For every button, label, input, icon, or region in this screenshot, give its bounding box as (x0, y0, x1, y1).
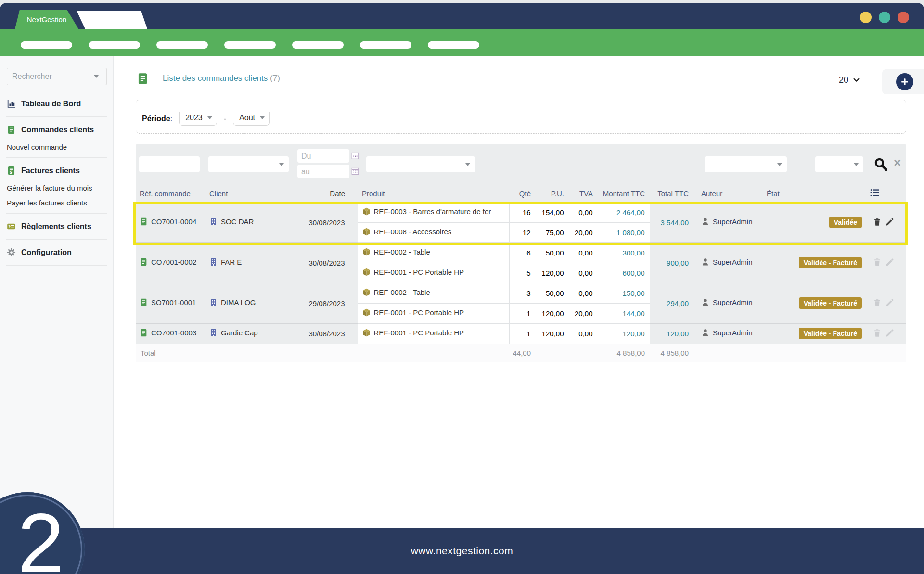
pencil-icon[interactable] (885, 298, 894, 307)
filter-row: × (136, 144, 906, 185)
unit-price-value: 120,00 (536, 323, 569, 344)
chevron-down-icon (94, 75, 99, 78)
sidebar-item-reglements-clients[interactable]: Règlements clients (0, 217, 113, 236)
col-header-ref: Réf. commande (136, 185, 207, 202)
filter-client-select[interactable] (208, 156, 289, 172)
person-icon (701, 329, 709, 337)
nav-pill[interactable] (21, 41, 72, 49)
sidebar-item-label: Tableau de Bord (21, 100, 81, 108)
period-year-select[interactable]: 2023 (179, 112, 217, 126)
nav-pill[interactable] (156, 41, 208, 49)
author-name: SuperAdmin (713, 329, 753, 337)
main-nav (0, 29, 924, 56)
sidebar: Tableau de Bord Commandes clients Nouvel… (0, 56, 113, 528)
col-header-pu: P.U. (536, 185, 569, 202)
clear-filters-icon[interactable]: × (894, 157, 901, 168)
person-icon (701, 217, 709, 226)
sidebar-item-label: Règlements clients (21, 222, 91, 231)
filter-date-from-input[interactable] (297, 149, 349, 163)
add-order-button[interactable] (882, 69, 924, 94)
amount-ttc-value: 300,00 (598, 242, 650, 263)
payment-card-icon (7, 222, 16, 231)
pencil-icon[interactable] (885, 217, 894, 226)
filter-status-select[interactable] (815, 156, 863, 172)
status-badge: Validée - Facturé (799, 257, 862, 268)
amount-ttc-value: 2 464,00 (598, 202, 650, 222)
sidebar-item-commandes-clients[interactable]: Commandes clients (0, 120, 113, 140)
col-header-qte: Qté (509, 185, 536, 202)
table-row[interactable]: CO7001-0002 FAR E 30/08/2023 REF-0002 - … (136, 242, 906, 263)
amount-ttc-value: 120,00 (598, 323, 650, 344)
document-icon (140, 217, 148, 226)
total-label: Total (136, 344, 509, 362)
nav-pill[interactable] (428, 41, 479, 49)
sidebar-item-payer-factures[interactable]: Payer les factures clients (0, 195, 113, 210)
filter-ref-input[interactable] (139, 156, 200, 172)
package-icon (362, 248, 371, 256)
building-icon (209, 217, 218, 226)
window-tab-placeholder[interactable] (77, 11, 147, 29)
document-icon (140, 329, 148, 337)
pencil-icon[interactable] (885, 329, 894, 337)
nav-pill[interactable] (360, 41, 411, 49)
page-size-select[interactable]: 20 (832, 74, 867, 89)
window-dot-red[interactable] (898, 12, 909, 23)
order-date: 30/08/2023 (295, 242, 358, 283)
col-header-etat: État (767, 185, 870, 202)
qty-value: 12 (509, 222, 536, 242)
filter-author-select[interactable] (705, 156, 787, 172)
total-ttc-value: 294,00 (650, 283, 694, 323)
nav-pill[interactable] (292, 41, 344, 49)
trash-icon[interactable] (873, 217, 882, 226)
chevron-down-icon (465, 163, 470, 166)
author-name: SuperAdmin (713, 258, 753, 266)
window-dot-yellow[interactable] (860, 12, 872, 23)
search-icon[interactable] (874, 157, 887, 171)
unit-price-value: 50,00 (536, 242, 569, 263)
calendar-icon[interactable] (351, 167, 359, 175)
nav-pill[interactable] (224, 41, 276, 49)
trash-icon[interactable] (873, 258, 882, 267)
qty-value: 3 (509, 283, 536, 303)
trash-icon[interactable] (873, 298, 882, 307)
tva-value: 0,00 (569, 202, 598, 222)
search-input[interactable] (12, 72, 94, 81)
qty-value: 1 (509, 323, 536, 344)
table-row[interactable]: CO7001-0003 Gardie Cap 30/08/2023 REF-00… (136, 323, 906, 344)
sidebar-item-dashboard[interactable]: Tableau de Bord (0, 94, 113, 114)
divider (6, 239, 107, 240)
client-name: DIMA LOG (221, 298, 256, 306)
sidebar-item-generer-facture[interactable]: Générer la facture du mois (0, 180, 113, 195)
product-name: REF-0001 - PC Portable HP (374, 329, 464, 337)
amount-ttc-value: 1 080,00 (598, 222, 650, 242)
sidebar-item-factures-clients[interactable]: Factures clients (0, 161, 113, 180)
bar-chart-icon (7, 99, 16, 108)
tva-value: 0,00 (569, 283, 598, 303)
product-name: REF-0003 - Barres d'armature de fer (374, 207, 491, 216)
order-date: 30/08/2023 (295, 202, 358, 242)
pencil-icon[interactable] (885, 258, 894, 267)
chevron-down-icon (260, 116, 265, 119)
list-view-icon[interactable] (870, 188, 879, 197)
calendar-icon[interactable] (351, 152, 359, 160)
window-dot-teal[interactable] (879, 12, 890, 23)
chevron-down-icon (853, 78, 860, 82)
tva-value: 20,00 (569, 222, 598, 242)
trash-icon[interactable] (873, 329, 882, 337)
window-titlebar: NextGestion (0, 3, 924, 29)
filter-product-select[interactable] (366, 156, 475, 172)
table-row[interactable]: SO7001-0001 DIMA LOG 29/08/2023 REF-0002… (136, 283, 906, 303)
sidebar-item-nouvel-commande[interactable]: Nouvel commande (0, 140, 113, 154)
status-badge: Validée (829, 217, 862, 228)
order-ref: CO7001-0004 (151, 217, 196, 226)
period-month-select[interactable]: Août (233, 112, 270, 126)
filter-date-to-input[interactable] (297, 165, 349, 178)
table-row[interactable]: CO7001-0004 SOC DAR 30/08/2023 REF-0003 … (136, 202, 906, 222)
plus-icon (896, 73, 913, 90)
nav-pill[interactable] (89, 41, 140, 49)
divider (6, 116, 107, 117)
tva-value: 0,00 (569, 323, 598, 344)
sidebar-item-configuration[interactable]: Configuration (0, 242, 113, 262)
sidebar-search[interactable] (7, 68, 107, 85)
unit-price-value: 75,00 (536, 222, 569, 242)
